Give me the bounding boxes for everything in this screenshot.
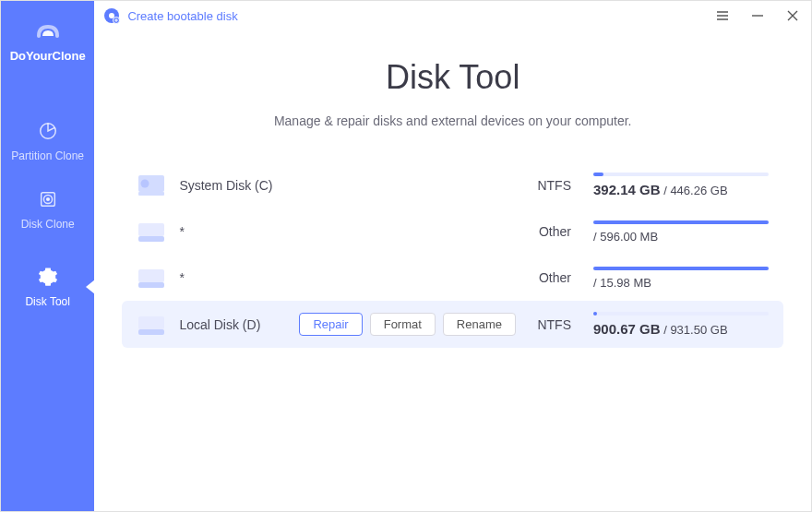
disk-row[interactable]: * Other / 15.98 MB	[122, 255, 783, 301]
rename-button[interactable]: Rename	[443, 313, 516, 336]
bootable-disk-icon	[103, 7, 120, 24]
app-name: DoYourClone	[10, 49, 86, 63]
disk-name: *	[179, 224, 299, 239]
svg-rect-9	[138, 192, 164, 196]
sidebar-item-label: Disk Clone	[21, 218, 75, 231]
sidebar-item-disk-tool[interactable]: Disk Tool	[1, 253, 94, 321]
page-subtitle: Manage & repair disks and external devic…	[122, 113, 783, 128]
disk-storage: / 15.98 MB	[593, 267, 769, 290]
disk-row[interactable]: System Disk (C) NTFS 392.14 GB / 446.26 …	[122, 161, 783, 208]
disk-storage: 392.14 GB / 446.26 GB	[593, 173, 769, 197]
main: Create bootable disk Disk Tool Manage & …	[94, 1, 811, 511]
create-bootable-disk-label: Create bootable disk	[127, 9, 237, 23]
page-title: Disk Tool	[122, 58, 783, 97]
system-disk-icon	[137, 173, 166, 197]
svg-rect-11	[138, 236, 164, 242]
format-button[interactable]: Format	[370, 313, 436, 336]
sidebar-item-disk-clone[interactable]: Disk Clone	[1, 175, 94, 244]
disk-row[interactable]: * Other / 596.00 MB	[122, 208, 783, 255]
gear-icon	[37, 266, 59, 288]
disk-filesystem: NTFS	[516, 178, 571, 193]
sidebar-item-label: Partition Clone	[11, 149, 84, 162]
content: Disk Tool Manage & repair disks and exte…	[94, 30, 811, 511]
titlebar: Create bootable disk	[94, 1, 811, 30]
disk-icon	[137, 220, 166, 244]
disk-actions: Repair Format Rename	[299, 313, 516, 336]
disk-row[interactable]: Local Disk (D) Repair Format Rename NTFS…	[122, 301, 783, 348]
disk-filesystem: NTFS	[516, 317, 571, 332]
close-button[interactable]	[783, 6, 802, 25]
repair-button[interactable]: Repair	[299, 313, 362, 336]
disk-filesystem: Other	[516, 270, 571, 285]
sidebar-item-label: Disk Tool	[25, 295, 69, 308]
create-bootable-disk-button[interactable]: Create bootable disk	[103, 7, 237, 24]
disk-name: *	[179, 270, 299, 285]
sidebar: DoYourClone Partition Clone Disk Clone D…	[1, 1, 94, 511]
svg-rect-13	[138, 282, 164, 288]
minimize-button[interactable]	[748, 6, 767, 25]
disk-storage: / 596.00 MB	[593, 220, 769, 244]
svg-point-3	[46, 198, 49, 201]
window-controls	[713, 6, 802, 25]
partition-clone-icon	[37, 120, 59, 142]
svg-point-5	[109, 13, 114, 18]
menu-button[interactable]	[713, 6, 732, 25]
sidebar-item-partition-clone[interactable]: Partition Clone	[1, 107, 94, 175]
app-logo: DoYourClone	[10, 19, 86, 63]
svg-rect-10	[138, 223, 164, 236]
disk-clone-icon	[37, 188, 59, 210]
disk-filesystem: Other	[516, 224, 571, 239]
logo-icon	[31, 19, 65, 42]
disk-list: System Disk (C) NTFS 392.14 GB / 446.26 …	[122, 161, 783, 348]
svg-point-8	[141, 179, 149, 187]
svg-rect-15	[138, 329, 164, 335]
disk-icon	[137, 266, 166, 290]
svg-rect-14	[138, 316, 164, 329]
disk-name: Local Disk (D)	[179, 317, 299, 332]
disk-name: System Disk (C)	[179, 178, 299, 193]
svg-rect-12	[138, 269, 164, 282]
disk-storage: 900.67 GB / 931.50 GB	[593, 312, 769, 337]
disk-icon	[137, 313, 166, 337]
